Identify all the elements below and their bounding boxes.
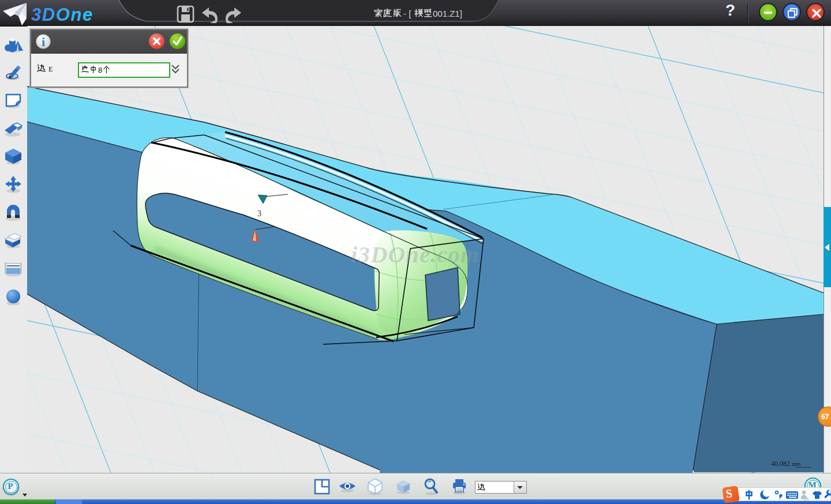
svg-text:8: 8 — [98, 66, 102, 74]
svg-text:E: E — [48, 65, 53, 73]
svg-text:i3DOne.com: i3DOne.com — [351, 241, 480, 268]
svg-text:14: 14 — [803, 496, 809, 502]
svg-text:001.Z1]: 001.Z1] — [433, 9, 462, 18]
svg-text:3DOne: 3DOne — [31, 5, 93, 25]
svg-text:3: 3 — [257, 209, 261, 218]
svg-text:- [: - [ — [403, 9, 411, 18]
